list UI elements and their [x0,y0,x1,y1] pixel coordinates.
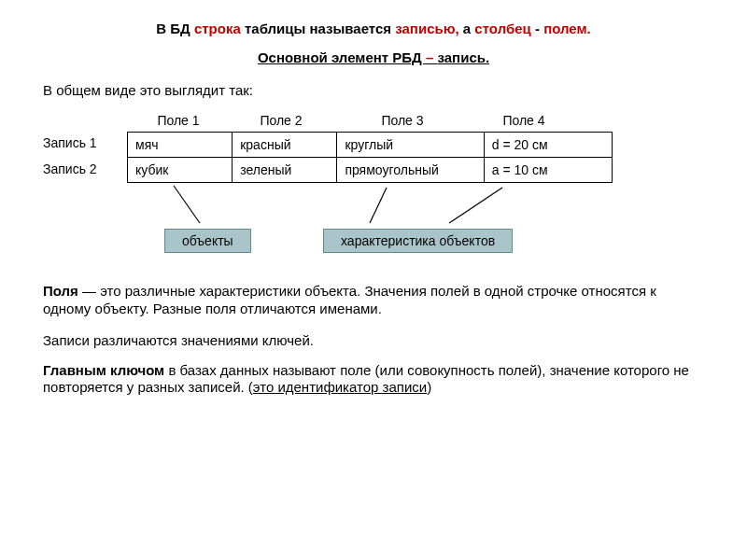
svg-line-0 [174,186,200,223]
tag-objects: объекты [164,229,251,253]
t2: строка [194,21,245,36]
cell: круглый [337,133,484,158]
cell: кубик [128,158,233,183]
cell: красный [233,133,337,158]
table-row: кубик зеленый прямоугольный a = 10 см [128,158,613,183]
para-records: Записи различаются значениями ключей. [43,332,708,348]
tag-row: объекты характеристика объектов [43,229,708,266]
para-mainkey: Главным ключом в базах данных называют п… [43,362,708,398]
mainkey-ul: это идентификатор записи [253,379,427,395]
t3: таблицы называется [245,21,395,36]
t5: а [463,21,475,36]
cell: d = 20 см [484,133,612,158]
col-h1: Поле 1 [127,113,230,128]
tag-characteristics: характеристика объектов [323,229,513,253]
svg-line-2 [449,188,502,223]
intro-text: В общем виде это выглядит так: [43,82,708,98]
row-label-2: Запись 2 [43,161,97,176]
t1: В БД [156,21,194,36]
s1: Основной элемент РБД [258,49,426,65]
cell: прямоугольный [337,158,484,183]
row-label-1: Запись 1 [43,135,97,150]
cell: зеленый [233,158,337,183]
cell: a = 10 см [484,158,612,183]
t7: - [535,21,543,36]
para-fields: Поля — это различные характеристики объе… [43,283,708,318]
col-h4: Поле 4 [472,113,575,128]
col-h2: Поле 2 [230,113,332,128]
t8: полем. [543,21,591,36]
mainkey-tail: ) [427,379,431,395]
term-mainkey: Главным ключом [43,362,164,378]
s2: – [426,49,438,65]
title: В БД строка таблицы называется записью, … [39,21,708,36]
term-polya: Поля [43,283,82,299]
para-fields-text: — это различные характеристики объекта. … [43,283,656,316]
data-table: мяч красный круглый d = 20 см кубик зеле… [127,132,613,183]
subtitle: Основной элемент РБД – запись. [39,49,708,65]
table-row: мяч красный круглый d = 20 см [128,133,613,158]
table-zone: Запись 1 Запись 2 Поле 1 Поле 2 Поле 3 П… [43,113,708,197]
column-headers: Поле 1 Поле 2 Поле 3 Поле 4 [127,113,575,128]
col-h3: Поле 3 [332,113,472,128]
t6: столбец [474,21,535,36]
svg-line-1 [370,188,387,223]
t4: записью, [395,21,463,36]
s3: запись. [438,49,490,65]
cell: мяч [128,133,233,158]
